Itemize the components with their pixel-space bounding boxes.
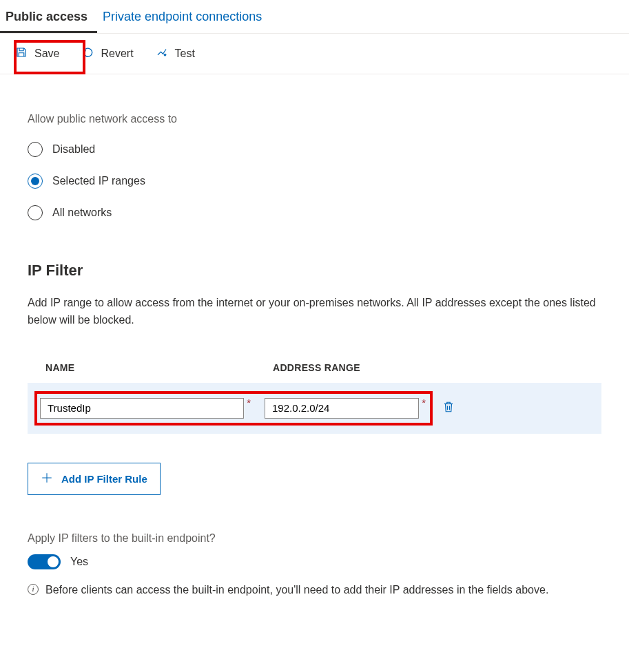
ip-filter-heading: IP Filter xyxy=(28,262,601,280)
save-label: Save xyxy=(34,48,59,60)
col-range: ADDRESS RANGE xyxy=(273,362,452,373)
apply-filter-toggle[interactable] xyxy=(28,554,61,569)
rule-name-input[interactable] xyxy=(40,398,244,419)
radio-all-networks[interactable]: All networks xyxy=(28,205,601,220)
test-label: Test xyxy=(175,48,195,60)
revert-icon xyxy=(81,46,94,61)
toolbar: Save Revert Test xyxy=(0,34,629,74)
save-icon xyxy=(15,46,28,61)
col-name: NAME xyxy=(45,362,273,373)
info-icon: i xyxy=(28,584,39,595)
highlight-fields: * * xyxy=(34,391,433,426)
radio-selected-ip[interactable]: Selected IP ranges xyxy=(28,174,601,189)
revert-label: Revert xyxy=(101,48,133,60)
tab-private-endpoint[interactable]: Private endpoint connections xyxy=(97,0,273,33)
radio-disabled[interactable]: Disabled xyxy=(28,142,601,157)
required-marker: * xyxy=(422,397,426,408)
radio-label: All networks xyxy=(52,207,112,219)
toggle-value-text: Yes xyxy=(70,556,88,568)
required-marker: * xyxy=(247,397,251,408)
apply-filter-info: Before clients can access the built-in e… xyxy=(45,582,548,599)
ip-filter-description: Add IP range to allow access from the in… xyxy=(28,295,601,329)
tab-bar: Public access Private endpoint connectio… xyxy=(0,0,629,34)
test-icon xyxy=(156,46,168,61)
save-button[interactable]: Save xyxy=(6,41,69,67)
access-label: Allow public network access to xyxy=(28,113,601,125)
delete-rule-button[interactable] xyxy=(437,396,460,420)
ip-filter-table-header: NAME ADDRESS RANGE xyxy=(28,362,601,383)
access-radio-group: Disabled Selected IP ranges All networks xyxy=(28,142,601,220)
add-ip-rule-button[interactable]: Add IP Filter Rule xyxy=(28,463,161,495)
radio-icon xyxy=(28,142,43,157)
radio-label: Disabled xyxy=(52,143,95,156)
plus-icon xyxy=(41,472,53,486)
ip-filter-row: * * xyxy=(28,383,601,434)
trash-icon xyxy=(442,406,455,416)
add-button-label: Add IP Filter Rule xyxy=(61,473,147,485)
revert-button[interactable]: Revert xyxy=(72,41,143,67)
radio-icon xyxy=(28,174,43,189)
radio-icon xyxy=(28,205,43,220)
rule-range-input[interactable] xyxy=(265,398,419,419)
apply-filter-label: Apply IP filters to the built-in endpoin… xyxy=(28,532,601,545)
radio-label: Selected IP ranges xyxy=(52,175,145,187)
tab-public-access[interactable]: Public access xyxy=(0,0,97,33)
test-button[interactable]: Test xyxy=(146,41,205,67)
